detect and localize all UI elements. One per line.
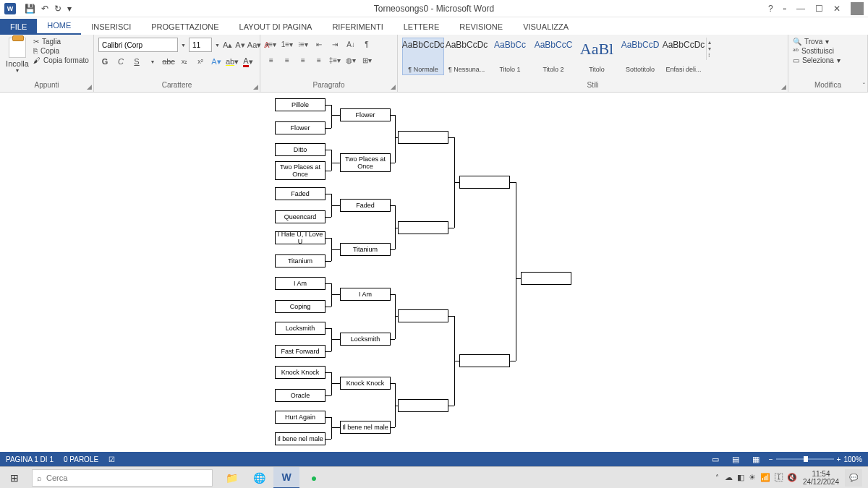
spellcheck-icon[interactable]: ☑ [109,455,115,463]
page-status[interactable]: PAGINA 1 DI 1 [6,455,54,463]
ribbon-options-icon[interactable]: ▫ [783,4,786,14]
numbering-icon[interactable]: 1≡▾ [281,38,294,51]
justify-icon[interactable]: ≡ [312,53,326,67]
underline-button[interactable]: S [130,55,143,68]
save-icon[interactable]: 💾 [25,4,35,14]
zoom-slider[interactable] [776,458,834,460]
style-enfasi-deli---[interactable]: AaBbCcDcEnfasi deli... [663,38,705,75]
bullets-icon[interactable]: •≡▾ [265,38,278,51]
taskbar-search[interactable]: ⌕ [32,469,213,487]
zoom-out-icon[interactable]: − [769,455,773,463]
styles-launcher-icon[interactable]: ◢ [781,83,786,90]
align-right-icon[interactable]: ≡ [297,53,310,67]
paragraph-launcher-icon[interactable]: ◢ [391,83,396,90]
underline-more-icon[interactable]: ▼ [146,55,159,68]
tab-references[interactable]: RIFERIMENTI [322,19,393,35]
spotify-icon[interactable]: ● [301,467,327,489]
minimize-icon[interactable]: — [796,4,805,14]
font-size-input[interactable] [189,38,212,52]
tab-view[interactable]: VISUALIZZA [513,19,579,35]
font-launcher-icon[interactable]: ◢ [253,83,258,90]
redo-icon[interactable]: ↻ [54,4,61,14]
text-effects-icon[interactable]: A▾ [210,55,223,68]
web-layout-icon[interactable]: ▦ [749,453,763,465]
volume-icon[interactable]: 🔇 [787,473,797,482]
styles-more-icon[interactable]: ▴▾⁞ [706,38,718,60]
close-icon[interactable]: ✕ [833,4,841,14]
tab-insert[interactable]: INSERISCI [81,19,141,35]
connector [331,372,332,395]
paste-button[interactable]: Incolla ▼ [4,38,30,78]
r4-1 [459,354,510,367]
help-icon[interactable]: ? [768,4,773,14]
word-taskbar-icon[interactable]: W [273,467,299,489]
style---nessuna---[interactable]: AaBbCcDc¶ Nessuna... [446,38,488,75]
superscript-button[interactable]: x² [194,55,207,68]
undo-icon[interactable]: ↶ [41,4,48,14]
word-count[interactable]: 0 PAROLE [64,455,98,463]
grow-font-icon[interactable]: A▴ [223,38,232,51]
show-marks-icon[interactable]: ¶ [360,38,373,51]
tab-design[interactable]: PROGETTAZIONE [141,19,229,35]
style-sottotitolo[interactable]: AaBbCcDSottotitolo [619,38,661,75]
font-size-dropdown-icon[interactable]: ▼ [215,38,220,51]
styles-group-label: Stili [402,80,783,90]
collapse-ribbon-icon[interactable]: ˇ [863,82,865,90]
weather-icon[interactable]: ☀ [749,473,756,482]
tab-layout[interactable]: LAYOUT DI PAGINA [229,19,323,35]
font-name-dropdown-icon[interactable]: ▼ [181,38,186,51]
tab-home[interactable]: HOME [37,17,81,35]
tab-mailings[interactable]: LETTERE [393,19,450,35]
subscript-button[interactable]: x₂ [178,55,191,68]
language-icon[interactable]: 🇮 [775,473,783,482]
align-left-icon[interactable]: ≡ [265,53,278,67]
sort-icon[interactable]: A↓ [344,38,357,51]
clipboard-launcher-icon[interactable]: ◢ [87,83,92,90]
account-icon[interactable] [851,2,864,15]
tab-file[interactable]: FILE [0,19,37,35]
highlight-button[interactable]: ab▾ [226,55,239,68]
change-case-icon[interactable]: Aa▾ [248,38,261,51]
select-button[interactable]: ▭Seleziona ▾ [793,56,863,64]
chrome-icon[interactable]: 🌐 [246,467,272,489]
copy-button[interactable]: ⎘Copia [33,47,89,55]
notifications-icon[interactable]: 💬 [845,469,862,487]
print-layout-icon[interactable]: ▤ [728,453,743,465]
style---normale[interactable]: AaBbCcDc¶ Normale [402,38,444,75]
wifi-icon[interactable]: 📶 [760,473,770,482]
strikethrough-button[interactable]: abc [162,55,175,68]
clock[interactable]: 11:54 24/12/2024 [803,470,839,486]
maximize-icon[interactable]: ☐ [815,4,823,14]
find-button[interactable]: 🔍Trova ▾ [793,38,863,46]
decrease-indent-icon[interactable]: ⇤ [312,38,326,51]
replace-button[interactable]: ᵃᵇSostituisci [793,47,863,55]
font-name-input[interactable] [98,38,178,52]
align-center-icon[interactable]: ≡ [281,53,294,67]
format-painter-button[interactable]: 🖌Copia formato [33,56,89,64]
font-color-button[interactable]: A▾ [242,55,255,68]
style-titolo[interactable]: AaBlTitolo [576,38,618,75]
qat-more-icon[interactable]: ▾ [67,4,72,14]
search-input[interactable] [46,474,208,482]
tray-chevron-icon[interactable]: ˄ [715,474,719,481]
start-button[interactable]: ⊞ [0,467,29,489]
tray-app-icon[interactable]: ◧ [737,473,744,482]
increase-indent-icon[interactable]: ⇥ [328,38,341,51]
zoom-level[interactable]: 100% [843,455,862,463]
tab-review[interactable]: REVISIONE [449,19,513,35]
style-titolo-1[interactable]: AaBbCcTitolo 1 [489,38,531,75]
line-spacing-icon[interactable]: ‡≡▾ [328,53,341,67]
shrink-font-icon[interactable]: A▾ [235,38,244,51]
read-mode-icon[interactable]: ▭ [708,453,723,465]
document-area[interactable]: PilloleFlowerDittoTwo Places at OnceFade… [0,93,868,462]
shading-icon[interactable]: ◍▾ [344,53,357,67]
cut-button[interactable]: ✂Taglia [33,38,89,46]
explorer-icon[interactable]: 📁 [218,467,244,489]
italic-button[interactable]: C [114,55,127,68]
borders-icon[interactable]: ⊞▾ [360,53,373,67]
bold-button[interactable]: G [98,55,111,68]
onedrive-icon[interactable]: ☁ [725,473,733,482]
multilevel-icon[interactable]: ⁝≡▾ [297,38,310,51]
style-titolo-2[interactable]: AaBbCcCTitolo 2 [532,38,574,75]
zoom-in-icon[interactable]: + [837,455,841,463]
